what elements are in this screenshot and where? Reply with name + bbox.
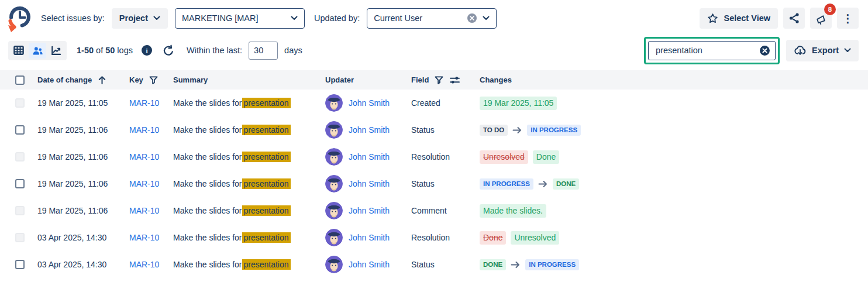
row-checkbox[interactable] bbox=[15, 125, 25, 135]
search-term-highlight: presentation bbox=[242, 205, 291, 216]
issue-key-link[interactable]: MAR-10 bbox=[129, 152, 159, 161]
chart-view-icon bbox=[51, 45, 61, 56]
issue-key-link[interactable]: MAR-10 bbox=[129, 125, 159, 135]
table-row: 19 Mar 2025, 11:06MAR-10Make the slides … bbox=[0, 116, 868, 143]
search-input[interactable] bbox=[655, 45, 756, 56]
updater-link[interactable]: John Smith bbox=[349, 233, 390, 242]
issue-key-link[interactable]: MAR-10 bbox=[129, 206, 159, 215]
key-filter-icon[interactable] bbox=[149, 75, 159, 85]
row-summary: Make the slides for presentation bbox=[173, 152, 325, 162]
row-changes: TO DO IN PROGRESS bbox=[480, 125, 868, 136]
col-date-of-change[interactable]: Date of change bbox=[37, 75, 92, 84]
table-row: 03 Apr 2025, 14:30MAR-10Make the slides … bbox=[0, 251, 868, 278]
row-changes: DONE IN PROGRESS bbox=[480, 259, 868, 270]
whats-new-button[interactable]: 8 bbox=[810, 8, 832, 29]
row-checkbox[interactable] bbox=[15, 179, 25, 188]
list-toolbar: 1-50 of 50 logs i Within the last: days bbox=[0, 35, 868, 66]
more-menu-button[interactable]: ⋮ bbox=[837, 8, 859, 29]
issue-key-link[interactable]: MAR-10 bbox=[129, 260, 159, 269]
search-term-highlight: presentation bbox=[242, 125, 291, 135]
kebab-icon: ⋮ bbox=[842, 13, 853, 24]
mode-dropdown[interactable]: Project bbox=[112, 8, 168, 29]
row-checkbox bbox=[15, 206, 25, 215]
col-summary[interactable]: Summary bbox=[173, 75, 208, 84]
people-view-button[interactable] bbox=[29, 43, 46, 59]
col-field[interactable]: Field bbox=[411, 75, 429, 84]
col-updater[interactable]: Updater bbox=[325, 75, 354, 84]
share-button[interactable] bbox=[783, 8, 805, 29]
select-issues-by-label: Select issues by: bbox=[41, 13, 105, 23]
table-body: 19 Mar 2025, 11:05MAR-10Make the slides … bbox=[0, 90, 868, 278]
updated-by-label: Updated by: bbox=[314, 13, 360, 23]
issue-key-link[interactable]: MAR-10 bbox=[129, 179, 159, 188]
search-term-highlight: presentation bbox=[242, 232, 291, 243]
select-all-checkbox[interactable] bbox=[15, 75, 25, 85]
select-view-button[interactable]: Select View bbox=[700, 8, 778, 29]
change-badge-blue: IN PROGRESS bbox=[480, 178, 533, 190]
table-header: Date of change Key Summary Updater Field… bbox=[0, 70, 868, 90]
field-filter-icon[interactable] bbox=[434, 75, 444, 85]
view-toggle-group bbox=[8, 41, 67, 60]
clear-search-icon bbox=[759, 45, 770, 56]
user-avatar bbox=[325, 256, 343, 273]
megaphone-icon bbox=[815, 12, 827, 25]
row-summary: Make the slides for presentation bbox=[173, 259, 325, 270]
change-badge-green: DONE bbox=[553, 178, 579, 190]
search-term-highlight: presentation bbox=[242, 98, 291, 108]
change-chip-green: 19 Mar 2025, 11:05 bbox=[480, 97, 557, 110]
issue-key-link[interactable]: MAR-10 bbox=[129, 98, 159, 108]
row-date: 03 Apr 2025, 14:30 bbox=[37, 260, 129, 269]
project-select-value: MARKETING [MAR] bbox=[182, 13, 259, 23]
updater-link[interactable]: John Smith bbox=[349, 125, 390, 135]
row-field: Status bbox=[411, 260, 480, 269]
updated-by-select[interactable]: Current User bbox=[367, 8, 497, 29]
export-button[interactable]: Export bbox=[786, 40, 859, 61]
row-summary: Make the slides for presentation bbox=[173, 98, 325, 108]
field-settings-icon[interactable] bbox=[449, 75, 460, 85]
change-badge-blue: IN PROGRESS bbox=[527, 125, 581, 136]
chart-view-button[interactable] bbox=[47, 43, 65, 59]
table-row: 19 Mar 2025, 11:06MAR-10Make the slides … bbox=[0, 197, 868, 224]
row-date: 19 Mar 2025, 11:06 bbox=[37, 152, 129, 161]
refresh-button[interactable] bbox=[161, 44, 175, 57]
row-changes: DoneUnresolved bbox=[480, 231, 868, 245]
star-icon bbox=[707, 13, 718, 24]
table-view-button[interactable] bbox=[10, 43, 27, 59]
updater-link[interactable]: John Smith bbox=[349, 179, 390, 188]
user-avatar bbox=[325, 229, 343, 246]
search-term-highlight: presentation bbox=[242, 152, 291, 162]
row-changes: 19 Mar 2025, 11:05 bbox=[480, 97, 868, 110]
user-avatar bbox=[325, 121, 343, 139]
col-changes: Changes bbox=[480, 75, 512, 84]
days-input[interactable] bbox=[249, 42, 278, 60]
search-term-highlight: presentation bbox=[242, 178, 291, 189]
project-select[interactable]: MARKETING [MAR] bbox=[175, 8, 305, 29]
app-logo-icon bbox=[6, 4, 34, 32]
user-avatar bbox=[325, 94, 343, 112]
row-field: Status bbox=[411, 125, 480, 135]
chevron-down-icon bbox=[483, 16, 490, 20]
transition-arrow-icon bbox=[538, 180, 548, 188]
table-row: 19 Mar 2025, 11:06MAR-10Make the slides … bbox=[0, 170, 868, 197]
row-summary: Make the slides for presentation bbox=[173, 232, 325, 243]
clear-filter-icon[interactable] bbox=[467, 13, 477, 23]
col-key[interactable]: Key bbox=[129, 75, 143, 84]
user-avatar bbox=[325, 175, 343, 193]
updater-link[interactable]: John Smith bbox=[349, 206, 390, 215]
mode-dropdown-label: Project bbox=[119, 13, 148, 23]
change-chip-green: Made the slides. bbox=[480, 204, 546, 218]
change-badge-blue: IN PROGRESS bbox=[525, 259, 579, 270]
transition-arrow-icon bbox=[511, 261, 521, 269]
row-date: 03 Apr 2025, 14:30 bbox=[37, 233, 129, 242]
updater-link[interactable]: John Smith bbox=[349, 260, 390, 269]
sort-ascending-icon[interactable] bbox=[97, 75, 107, 85]
updated-by-value: Current User bbox=[374, 13, 422, 23]
row-date: 19 Mar 2025, 11:06 bbox=[37, 179, 129, 188]
clear-search-button[interactable] bbox=[759, 45, 770, 56]
issue-key-link[interactable]: MAR-10 bbox=[129, 233, 159, 242]
updater-link[interactable]: John Smith bbox=[349, 152, 390, 161]
info-icon[interactable]: i bbox=[142, 45, 152, 56]
export-cloud-icon bbox=[794, 44, 807, 56]
row-checkbox[interactable] bbox=[15, 260, 25, 269]
updater-link[interactable]: John Smith bbox=[349, 98, 390, 108]
